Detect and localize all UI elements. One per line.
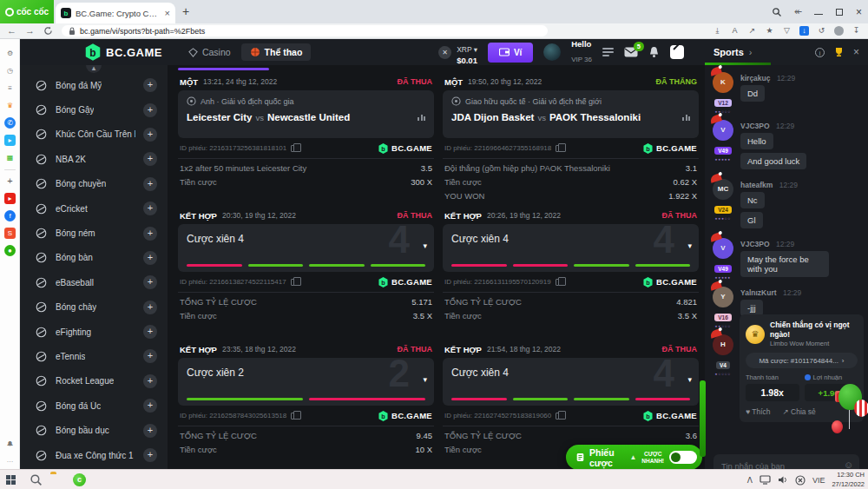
coccoc-brand[interactable]: cốc cốc bbox=[0, 0, 54, 23]
sidebar-item[interactable]: Bóng bầu dục + bbox=[20, 418, 168, 442]
facebook-icon[interactable]: f bbox=[4, 210, 16, 221]
add-favorite-button[interactable]: + bbox=[143, 374, 157, 388]
add-favorite-button[interactable]: + bbox=[143, 202, 157, 215]
user-info[interactable]: Hello VIP 36 bbox=[571, 39, 592, 66]
add-favorite-button[interactable]: + bbox=[143, 349, 157, 363]
notifications-button[interactable] bbox=[648, 46, 660, 58]
chat-room-label[interactable]: Sports bbox=[713, 47, 744, 57]
sidebar-item[interactable]: Bóng bàn + bbox=[20, 246, 168, 270]
bet-card[interactable]: KẾT HỢP 23:35, 18 thg 12, 2022 ĐÃ THUA bbox=[178, 340, 434, 467]
browser-tab[interactable]: b BC.Game: Crypto Casino Gan × bbox=[56, 3, 175, 23]
user-avatar[interactable]: H bbox=[713, 334, 733, 355]
bet-card[interactable]: MỘT 13:21, 24 thg 12, 2022 ĐÃ THUA Anh ·… bbox=[178, 73, 434, 200]
match-stats-icon[interactable] bbox=[418, 115, 425, 121]
share-icon[interactable]: ↗ bbox=[747, 26, 757, 36]
add-favorite-button[interactable]: + bbox=[143, 448, 157, 462]
save-page-icon[interactable]: ⤓ bbox=[713, 26, 722, 36]
expand-caret-icon[interactable]: ▾ bbox=[423, 241, 427, 250]
window-minimize-button[interactable] bbox=[814, 8, 823, 17]
shopee-icon[interactable]: S bbox=[4, 228, 16, 239]
taskbar-search-icon[interactable] bbox=[30, 473, 43, 486]
copy-icon[interactable] bbox=[291, 413, 297, 420]
back-icon[interactable]: ← bbox=[7, 26, 16, 36]
copy-icon[interactable] bbox=[291, 279, 297, 286]
match-teams[interactable]: JDA Dijon Basket vs PAOK Thessaloniki bbox=[451, 112, 690, 122]
window-close-button[interactable]: × bbox=[856, 8, 865, 17]
chevron-right-icon[interactable]: › bbox=[749, 47, 753, 57]
sidebar-item[interactable]: Rocket League + bbox=[20, 369, 168, 393]
add-favorite-button[interactable]: + bbox=[143, 103, 157, 117]
expand-caret-icon[interactable]: ▾ bbox=[687, 375, 692, 384]
nav-casino-link[interactable]: Casino bbox=[188, 47, 231, 57]
clock[interactable]: 12:30 CH 27/12/2022 bbox=[832, 471, 865, 488]
tray-status-icon[interactable] bbox=[795, 475, 806, 486]
sync-icon[interactable]: ↺ bbox=[817, 26, 826, 36]
match-stats-icon[interactable] bbox=[682, 115, 690, 121]
user-avatar[interactable]: Y bbox=[713, 287, 733, 307]
add-favorite-button[interactable]: + bbox=[143, 251, 157, 265]
messenger-icon[interactable]: ✆ bbox=[4, 117, 16, 129]
trophy-icon[interactable] bbox=[833, 47, 845, 57]
tab-search-icon[interactable] bbox=[772, 7, 782, 17]
add-favorite-button[interactable]: + bbox=[143, 399, 157, 413]
wallet-button[interactable]: Ví bbox=[488, 43, 533, 63]
expand-caret-icon[interactable]: ▾ bbox=[423, 375, 427, 384]
adblock-shield-icon[interactable]: ▽ bbox=[782, 26, 792, 36]
games-controller-icon[interactable]: ▦ bbox=[4, 152, 16, 163]
copy-icon[interactable] bbox=[556, 279, 562, 286]
user-avatar[interactable]: K bbox=[713, 72, 733, 93]
share-button[interactable]: ↗ Chia sẻ bbox=[783, 407, 816, 416]
sidebar-item[interactable]: Khúc Côn Cầu Trên Băng + bbox=[20, 122, 168, 147]
bcgame-logo[interactable]: b BC.GAME bbox=[85, 43, 162, 61]
user-avatar[interactable] bbox=[543, 43, 561, 61]
bet-code-link[interactable]: Mã cược: #1011764844... › bbox=[746, 353, 858, 368]
chat-compose-icon[interactable] bbox=[670, 45, 684, 59]
sidebar-item[interactable]: Bóng đá Mỹ + bbox=[20, 73, 168, 97]
add-favorite-button[interactable]: + bbox=[143, 275, 157, 289]
profile-avatar-icon[interactable] bbox=[834, 26, 844, 36]
tab-list-icon[interactable]: ↞ bbox=[794, 7, 802, 17]
user-avatar[interactable]: MC bbox=[713, 179, 733, 200]
chat-username[interactable]: hateafkm bbox=[740, 181, 773, 189]
new-tab-button[interactable]: + bbox=[182, 4, 189, 18]
youtube-icon[interactable]: ▸ bbox=[4, 193, 16, 204]
reload-icon[interactable] bbox=[43, 26, 53, 36]
add-favorite-button[interactable]: + bbox=[143, 227, 157, 241]
add-favorite-button[interactable]: + bbox=[143, 78, 157, 92]
network-monitor-icon[interactable] bbox=[760, 475, 771, 485]
tray-chevron-icon[interactable]: ᐱ bbox=[747, 476, 753, 485]
more-options-icon[interactable]: … bbox=[4, 454, 16, 466]
bookmark-star-icon[interactable]: ★ bbox=[765, 26, 774, 36]
chat-username[interactable]: kirçakuç bbox=[740, 74, 771, 83]
chat-message-input[interactable] bbox=[713, 454, 859, 469]
sidebar-item[interactable]: eFighting + bbox=[20, 320, 168, 344]
user-avatar[interactable]: V bbox=[713, 120, 733, 141]
expand-caret-icon[interactable]: ▾ bbox=[687, 241, 692, 250]
add-favorite-button[interactable]: + bbox=[143, 424, 157, 438]
bet-card[interactable]: KẾT HỢP 20:30, 19 thg 12, 2022 ĐÃ THUA bbox=[178, 207, 434, 334]
inbox-button[interactable]: 5 bbox=[624, 47, 638, 57]
chat-username[interactable]: YalnızKurt bbox=[740, 288, 777, 297]
sidebar-item[interactable]: eTennis + bbox=[20, 344, 168, 368]
sidebar-item[interactable]: Bóng đá Úc + bbox=[20, 393, 168, 418]
coccoc-taskbar-icon[interactable]: c bbox=[73, 473, 86, 486]
add-favorite-button[interactable]: + bbox=[143, 128, 157, 142]
currency-selector[interactable]: ✕ XRP ▾ $0.01 bbox=[438, 40, 477, 65]
menu-icon[interactable] bbox=[602, 48, 614, 56]
nav-sports-link[interactable]: Thể thao bbox=[241, 43, 312, 61]
add-favorite-button[interactable]: + bbox=[143, 152, 157, 166]
translate-icon[interactable]: A bbox=[730, 26, 740, 36]
coccoc-tv-icon[interactable]: ▸ bbox=[4, 135, 16, 146]
language-indicator[interactable]: VIE bbox=[812, 476, 825, 485]
copy-icon[interactable] bbox=[556, 145, 562, 152]
reading-list-icon[interactable]: ≡ bbox=[4, 83, 16, 94]
sidebar-item[interactable]: Bóng Gậy + bbox=[20, 97, 168, 122]
sidebar-item[interactable]: Bóng chày + bbox=[20, 295, 168, 320]
chat-username[interactable]: VJC3PO bbox=[740, 240, 770, 248]
speaker-icon[interactable] bbox=[778, 475, 788, 485]
sidebar-item[interactable]: Bóng chuyền + bbox=[20, 172, 168, 196]
user-avatar[interactable]: V bbox=[713, 238, 733, 259]
url-field[interactable]: bc.game/vi/sports?bt-path=%2Fbets bbox=[62, 25, 548, 36]
sidebar-item[interactable]: Đua xe Công thức 1 + bbox=[20, 443, 168, 467]
match-teams[interactable]: Leicester City vs Newcastle United bbox=[187, 112, 425, 122]
